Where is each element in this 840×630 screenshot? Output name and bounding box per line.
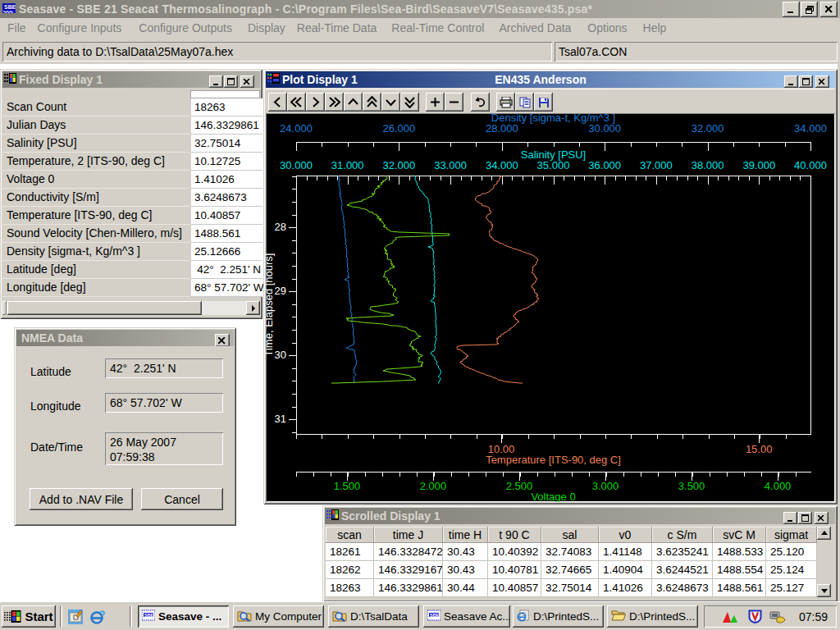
page-up-button[interactable] [363,93,381,112]
page-down-button[interactable] [400,93,419,112]
menu-item[interactable]: Configure Outputs [138,21,233,34]
close-button[interactable] [215,334,230,346]
add-to-nav-file-button[interactable]: Add to .NAV File [30,488,133,510]
sbe-logo-icon: SBE [427,609,441,623]
minimize-button[interactable] [783,512,797,524]
parameter-name: Salinity [PSU] [2,135,190,153]
temperature-axis-title: Temperature [ITS-90, deg C] [486,454,621,466]
taskbar-divider [130,606,132,627]
copy-button[interactable] [515,93,534,112]
page-right-button[interactable] [325,93,344,112]
minimize-button[interactable] [783,2,800,17]
menu-item[interactable]: Real-Time Data [296,21,378,34]
menu-item[interactable]: File [7,21,27,34]
plot-area[interactable]: 24.00026.00028.00030.00032.00034.000Dens… [266,113,835,502]
menu-item[interactable]: Display [247,21,286,34]
fixed-display-hscrollbar[interactable] [2,301,260,315]
minimize-button[interactable] [784,75,798,88]
scroll-down-button[interactable] [381,93,400,112]
nmea-data-dialog: NMEA Data Latitude 42° 2.251' N Longitud… [14,327,236,526]
updown-arrows-icon[interactable] [721,609,739,624]
taskbar-task-button[interactable]: D:\PrintedS... [607,605,698,628]
column-header[interactable]: t 90 C [488,527,541,543]
zoom-out-icon [449,97,459,107]
maximize-button[interactable] [799,75,813,88]
column-header[interactable]: scan [326,527,374,543]
plot-chart: 24.00026.00028.00030.00032.00034.000Dens… [266,113,835,502]
taskbar-task-button[interactable]: D:\PrintedS... [513,605,604,628]
column-header[interactable]: time J [374,527,443,543]
density-tick-label: 32.000 [692,122,724,135]
maximize-button[interactable] [798,512,812,524]
scroll-right-button[interactable] [306,93,325,112]
menu-item[interactable]: Archived Data [498,21,572,34]
fixed-display-row: Conductivity [S/m] 3.6248673 [2,189,260,207]
plot-display-titlebar[interactable]: Plot Display 1 [266,71,835,88]
taskbar-task-button[interactable]: D:\TsalData [328,605,419,628]
close-button[interactable] [815,512,829,524]
page-left-button[interactable] [287,93,306,112]
show-desktop-icon[interactable] [67,609,84,625]
data-cell: 18263 [326,579,374,597]
fixed-display-row: Temperature [ITS-90, deg C] 10.40857 [2,207,260,225]
fixed-display-row: Sound Velocity [Chen-Millero, m/s] 1488.… [2,225,260,243]
zoom-out-button[interactable] [445,93,463,112]
scroll-left-button[interactable] [268,93,287,112]
data-cell: 146.3329167 [374,561,443,579]
vscrollbar-up-arrow[interactable] [817,527,831,540]
menu-item[interactable]: Real-Time Control [390,21,485,34]
save-button[interactable] [534,93,553,112]
data-cell: 30.43 [443,561,488,579]
page-left-icon [290,97,303,107]
column-header[interactable]: time H [443,527,488,543]
parameter-value: 68° 57.702' W [191,279,262,297]
desktop-screen: SBE Seasave - SBE 21 Seacat Thermosalino… [0,0,840,630]
vshield-antivirus-icon[interactable] [747,609,763,624]
menu-item[interactable]: Configure Inputs [37,21,123,34]
start-button[interactable]: Start [2,605,56,628]
taskbar-task-button[interactable]: SBE Seasave - ... [138,605,229,628]
close-button[interactable] [815,75,829,88]
print-button[interactable] [496,93,515,112]
parameter-name: Sound Velocity [Chen-Millero, m/s] [2,225,190,243]
salinity-axis-title: Salinity [PSU] [521,148,586,161]
restore-button[interactable] [801,2,818,17]
taskbar-task-button[interactable]: My Computer [233,605,324,628]
scrolled-display-titlebar[interactable]: Scrolled Display 1 [325,508,835,524]
undo-zoom-button[interactable] [471,93,490,112]
close-button[interactable] [240,75,254,88]
hscrollbar-thumb[interactable] [7,301,202,315]
column-header[interactable]: c S/m [652,527,713,543]
minimize-button[interactable] [209,75,223,88]
time-axis-title: Time, Elapsed [hours] [266,253,275,357]
nmea-field-value: 42° 2.251' N [105,358,223,378]
cancel-button[interactable]: Cancel [141,488,223,510]
parameter-name: Latitude [deg] [2,261,190,279]
column-header[interactable]: sigmat [766,527,817,543]
taskbar-task-button[interactable]: SBE Seasave Ac... [423,605,510,628]
taskbar-clock[interactable]: 07:59 [799,610,828,623]
fixed-display-titlebar[interactable]: Fixed Display 1 [2,71,260,88]
salinity-tick-label: 32.000 [383,159,416,171]
scrolled-display-vscrollbar[interactable] [817,527,831,597]
column-header[interactable]: v0 [599,527,652,543]
scroll-up-button[interactable] [344,93,363,112]
internet-explorer-icon[interactable] [89,609,105,625]
zoom-in-button[interactable] [426,93,445,112]
time-tick-label: 28 [275,221,286,233]
hscrollbar-right-arrow[interactable] [246,301,260,315]
menu-item[interactable]: Help [642,21,668,34]
column-header[interactable]: svC M [713,527,766,543]
main-window-titlebar[interactable]: SBE Seasave - SBE 21 Seacat Thermosalino… [0,0,840,18]
data-cell: 30.44 [443,579,488,597]
menu-item[interactable]: Options [587,21,628,34]
data-cell: 32.74083 [541,543,599,561]
close-button[interactable] [820,2,838,17]
data-cell: 3.6244521 [652,561,713,579]
data-cell: 146.3329861 [374,579,443,597]
vscrollbar-down-arrow[interactable] [817,584,831,597]
column-header[interactable]: sal [541,527,599,543]
hardware-device-icon[interactable] [769,609,786,624]
maximize-button[interactable] [224,75,238,88]
nmea-dialog-titlebar[interactable]: NMEA Data [16,330,234,346]
